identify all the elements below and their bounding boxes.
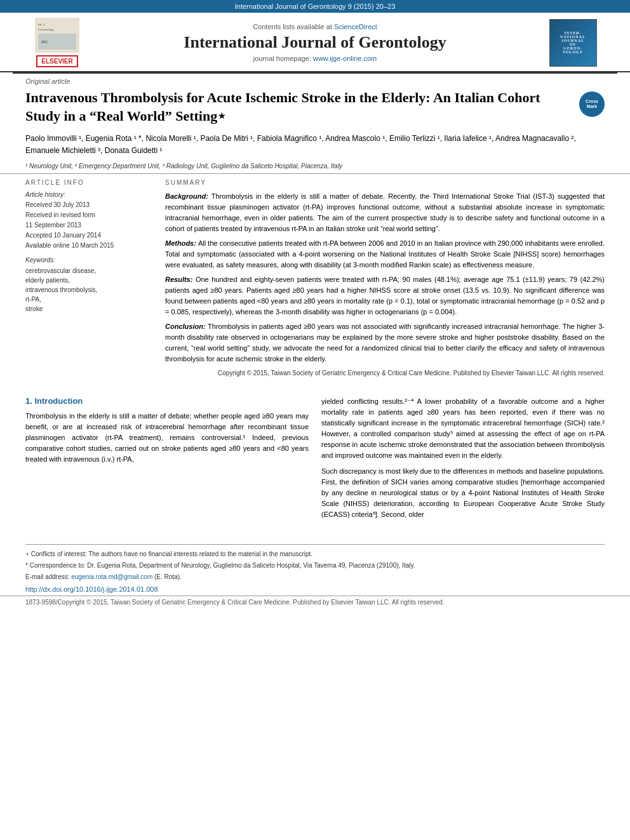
doi-link[interactable]: http://dx.doi.org/10.1016/j.ijge.2014.01… <box>25 585 158 593</box>
journal-title: International Journal of Gerontology <box>89 33 541 52</box>
background-text: Thrombolysis in the elderly is still a m… <box>165 192 605 232</box>
introduction-body-right: yielded conflicting results.²⁻⁴ A lower … <box>321 396 605 521</box>
doi-line: http://dx.doi.org/10.1016/j.ijge.2014.01… <box>25 585 605 593</box>
crossmark-icon: CrossMark <box>579 91 605 117</box>
methods-text: All the consecutive patients treated wit… <box>165 239 605 269</box>
article-info-header: ARTICLE INFO <box>25 179 152 186</box>
issn-copyright-text: 1873-9598/Copyright © 2015, Taiwan Socie… <box>25 599 445 606</box>
authors-text: Paolo Immovilli ¹, Eugenia Rota ¹ *, Nic… <box>25 134 576 155</box>
keyword-5: stroke <box>25 304 152 314</box>
contents-available-line: Contents lists available at ScienceDirec… <box>89 23 541 30</box>
summary-conclusion: Conclusion: Thrombolysis in patients age… <box>165 321 605 364</box>
revised-date: 11 September 2013 <box>25 221 152 230</box>
article-type: Original article <box>0 74 630 86</box>
journal-website-link[interactable]: www.ijge-online.com <box>313 55 377 62</box>
svg-text:Int. J.: Int. J. <box>38 23 45 26</box>
introduction-two-col: 1. Introduction Thrombolysis in the elde… <box>25 396 605 526</box>
summary-results: Results: One hundred and eighty-seven pa… <box>165 274 605 317</box>
journal-citation-bar: International Journal of Gerontology 9 (… <box>0 0 630 13</box>
journal-cover-image: Int. J. Gerontology IJG <box>35 18 79 53</box>
sciencedirect-link[interactable]: ScienceDirect <box>334 23 377 30</box>
available-online-date: Available online 10 March 2015 <box>25 241 152 250</box>
accepted-date: Accepted 10 January 2014 <box>25 231 152 240</box>
summary-text: Background: Thrombolysis in the elderly … <box>165 191 605 378</box>
elsevier-wordmark: ELSEVIER <box>36 55 77 67</box>
keyword-1: cerebrovascular disease, <box>25 266 152 276</box>
intro-paragraph-right-2: Such discrepancy is most likely due to t… <box>321 466 605 520</box>
main-content: 1. Introduction Thrombolysis in the elde… <box>0 383 630 538</box>
affiliations-section: ¹ Neurology Unit, ² Emergency Department… <box>0 161 630 173</box>
summary-background: Background: Thrombolysis in the elderly … <box>165 191 605 234</box>
introduction-title: 1. Introduction <box>25 396 309 406</box>
results-text: One hundred and eighty-seven patients we… <box>165 276 605 316</box>
badge-text: INTER-NATIONALJOURNALOFGERON-TOLOGY <box>560 31 586 54</box>
journal-header: Int. J. Gerontology IJG ELSEVIER Content… <box>0 13 630 72</box>
gerontology-badge: INTER-NATIONALJOURNALOFGERON-TOLOGY <box>549 19 597 67</box>
journal-title-section: Contents lists available at ScienceDirec… <box>89 23 541 62</box>
crossmark-badge: CrossMark <box>579 91 605 117</box>
keywords-label: Keywords: <box>25 257 152 263</box>
bottom-bar: 1873-9598/Copyright © 2015, Taiwan Socie… <box>0 596 630 608</box>
received-date: Received 30 July 2013 <box>25 201 152 210</box>
introduction-body-left: Thrombolysis in the elderly is still a m… <box>25 411 309 465</box>
article-info-summary-section: ARTICLE INFO Article history: Received 3… <box>0 173 630 383</box>
methods-label: Methods: <box>165 239 198 247</box>
copyright-text: Copyright © 2015, Taiwan Society of Geri… <box>165 368 605 378</box>
gerontology-badge-section: INTER-NATIONALJOURNALOFGERON-TOLOGY <box>541 19 605 67</box>
background-label: Background: <box>165 192 211 200</box>
journal-citation-text: International Journal of Gerontology 9 (… <box>235 3 396 10</box>
article-info-column: ARTICLE INFO Article history: Received 3… <box>25 179 152 378</box>
email-link[interactable]: eugenia.rota.md@gmail.com <box>71 573 152 580</box>
introduction-left-col: 1. Introduction Thrombolysis in the elde… <box>25 396 309 526</box>
introduction-right-col: yielded conflicting results.²⁻⁴ A lower … <box>321 396 605 526</box>
intro-paragraph-1: Thrombolysis in the elderly is still a m… <box>25 411 309 465</box>
footnote-star: ⋆ Conflicts of interest: The authors hav… <box>25 550 605 559</box>
keyword-3: intravenous thrombolysis, <box>25 285 152 295</box>
intro-paragraph-right-1: yielded conflicting results.²⁻⁴ A lower … <box>321 396 605 461</box>
journal-homepage-line: journal homepage: www.ijge-online.com <box>89 55 541 62</box>
footnotes-section: ⋆ Conflicts of interest: The authors hav… <box>25 544 605 593</box>
conclusion-label: Conclusion: <box>165 323 208 330</box>
summary-header: SUMMARY <box>165 179 605 186</box>
footnote-correspondence: * Correspondence to: Dr. Eugenia Rota, D… <box>25 561 605 570</box>
results-label: Results: <box>165 276 196 283</box>
elsevier-logo-section: Int. J. Gerontology IJG ELSEVIER <box>25 18 89 67</box>
keywords-list: cerebrovascular disease, elderly patient… <box>25 266 152 314</box>
received-revised-label: Received in revised form <box>25 211 152 220</box>
keyword-4: rt-PA, <box>25 295 152 304</box>
conclusion-text: Thrombolysis in patients aged ≥80 years … <box>165 323 605 363</box>
summary-methods: Methods: All the consecutive patients tr… <box>165 238 605 270</box>
summary-column: SUMMARY Background: Thrombolysis in the … <box>165 179 605 378</box>
article-history-label: Article history: <box>25 191 152 198</box>
svg-text:IJG: IJG <box>41 39 48 44</box>
authors-section: Paolo Immovilli ¹, Eugenia Rota ¹ *, Nic… <box>0 130 630 161</box>
keyword-2: elderly patients, <box>25 276 152 285</box>
svg-text:Gerontology: Gerontology <box>38 28 55 31</box>
footnote-email: E-mail address: eugenia.rota.md@gmail.co… <box>25 573 605 582</box>
article-title-section: Intravenous Thrombolysis for Acute Ische… <box>0 86 630 130</box>
article-title: Intravenous Thrombolysis for Acute Ische… <box>25 89 573 125</box>
